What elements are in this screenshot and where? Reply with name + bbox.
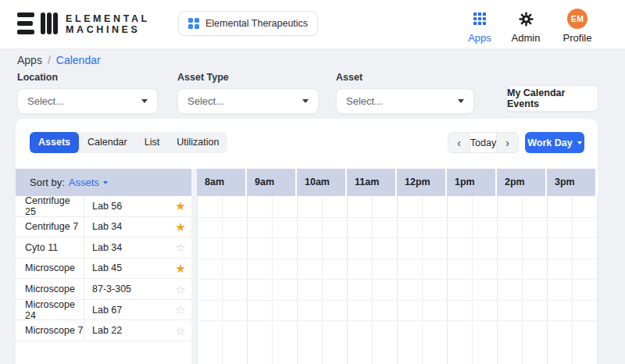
row-gridline — [197, 217, 598, 218]
asset-location: Lab 67 — [84, 305, 170, 316]
panel-divider — [191, 169, 197, 364]
time-header-2pm: 2pm — [497, 169, 545, 196]
nav-item-profile[interactable]: EM Profile — [559, 9, 595, 44]
tab-assets[interactable]: Assets — [30, 132, 79, 153]
time-header-3pm: 3pm — [547, 169, 595, 196]
half-hour-gridline — [422, 196, 423, 364]
asset-location: Lab 34 — [84, 221, 170, 232]
asset-location: Lab 56 — [84, 201, 170, 212]
hour-gridline — [597, 196, 598, 364]
nav-apps-label: Apps — [468, 32, 491, 44]
row-gridline — [197, 320, 598, 321]
breadcrumb-calendar[interactable]: Calendar — [56, 54, 101, 66]
half-hour-gridline — [272, 196, 273, 364]
view-mode-label: Work Day — [527, 137, 572, 148]
today-button[interactable]: Today — [470, 133, 497, 152]
favorite-star-icon[interactable]: ★ — [170, 200, 191, 212]
hour-gridline — [397, 196, 398, 364]
brand-wordmark: ELEMENTAL MACHINES — [66, 13, 150, 35]
table-row: Centrifuge 7Lab 34★ — [16, 217, 191, 238]
half-hour-gridline — [522, 196, 523, 364]
half-hour-gridline — [322, 196, 323, 364]
half-hour-gridline — [372, 196, 373, 364]
nav-admin-label: Admin — [512, 32, 541, 44]
org-switcher-label: Elemental Therapeutics — [205, 18, 308, 29]
asset-location: Lab 34 — [84, 242, 170, 253]
breadcrumb-separator: / — [48, 54, 51, 66]
favorite-star-icon[interactable]: ★ — [170, 221, 191, 233]
hour-gridline — [247, 196, 248, 364]
schedule-grid[interactable] — [197, 196, 598, 364]
filter-location: Location Select... — [17, 72, 158, 114]
chevron-down-icon — [458, 99, 464, 103]
tab-calendar[interactable]: Calendar — [79, 132, 136, 153]
chevron-down-icon — [577, 141, 582, 145]
row-gridline — [197, 279, 598, 280]
org-grid-icon — [188, 18, 199, 29]
table-row: Microscope 24Lab 67☆ — [16, 300, 191, 321]
hour-gridline — [497, 196, 498, 364]
asset-type-select-value: Select... — [188, 95, 224, 107]
date-navigation: ‹ Today › — [448, 132, 519, 153]
nav-item-admin[interactable]: Admin — [509, 9, 543, 44]
prev-day-button[interactable]: ‹ — [448, 133, 470, 152]
tab-list[interactable]: List — [136, 132, 168, 153]
avatar: EM — [567, 9, 588, 29]
asset-list: Centrifuge 25Lab 56★Centrifuge 7Lab 34★C… — [16, 196, 191, 341]
favorite-star-icon[interactable]: ☆ — [170, 304, 191, 316]
asset-select-value: Select... — [346, 95, 383, 107]
breadcrumb-apps[interactable]: Apps — [17, 54, 42, 66]
time-header-10am: 10am — [297, 169, 345, 196]
chevron-down-icon — [103, 181, 108, 184]
nav-item-apps[interactable]: Apps — [464, 9, 495, 44]
hour-gridline — [347, 196, 348, 364]
top-navigation-bar: ELEMENTAL MACHINES Elemental Therapeutic… — [0, 0, 625, 49]
nav-profile-label: Profile — [563, 32, 592, 44]
asset-name: Microscope — [16, 279, 84, 299]
hour-gridline — [547, 196, 548, 364]
location-select-value: Select... — [27, 95, 64, 107]
filter-asset-type: Asset Type Select... — [177, 72, 319, 114]
favorite-star-icon[interactable]: ☆ — [170, 284, 191, 295]
half-hour-gridline — [472, 196, 473, 364]
time-column-headers: 8am9am10am11am12pm1pm2pm3pm — [197, 169, 598, 196]
elemental-machines-logo-icon — [17, 12, 58, 34]
asset-type-label: Asset Type — [177, 72, 319, 83]
favorite-star-icon[interactable]: ★ — [170, 262, 191, 274]
org-switcher-button[interactable]: Elemental Therapeutics — [178, 11, 318, 36]
row-gridline — [197, 300, 598, 301]
apps-grid-icon — [473, 9, 486, 29]
asset-name: Microscope — [16, 259, 84, 279]
asset-type-select[interactable]: Select... — [177, 88, 319, 114]
sort-by-dropdown[interactable]: Assets — [69, 177, 108, 188]
row-gridline — [197, 259, 598, 259]
time-header-8am: 8am — [197, 169, 245, 196]
row-gridline — [197, 237, 598, 238]
chevron-down-icon — [141, 99, 148, 103]
brand-line-1: ELEMENTAL — [66, 13, 150, 24]
asset-name: Centrifuge 25 — [16, 196, 84, 216]
asset-location: 87-3-305 — [84, 284, 170, 294]
favorite-star-icon[interactable]: ☆ — [170, 241, 191, 253]
time-header-9am: 9am — [247, 169, 295, 196]
filter-asset: Asset Select... — [336, 72, 474, 114]
gear-icon — [519, 9, 534, 29]
next-day-button[interactable]: › — [497, 133, 518, 152]
view-mode-dropdown[interactable]: Work Day — [525, 132, 584, 153]
sort-by-label: Sort by: — [30, 177, 65, 188]
location-label: Location — [17, 72, 158, 83]
my-calendar-events-button[interactable]: My Calendar Events — [506, 85, 598, 112]
asset-name: Centrifuge 7 — [16, 217, 84, 237]
half-hour-gridline — [572, 196, 573, 364]
asset-select[interactable]: Select... — [336, 88, 474, 114]
time-header-12pm: 12pm — [397, 169, 445, 196]
time-header-11am: 11am — [347, 169, 395, 196]
asset-name: Microscope 7 — [16, 320, 84, 341]
location-select[interactable]: Select... — [17, 88, 158, 114]
table-row: Centrifuge 25Lab 56★ — [16, 196, 191, 217]
tab-utilization[interactable]: Utilization — [168, 132, 227, 153]
time-header-1pm: 1pm — [447, 169, 495, 196]
calendar-app-screen: ELEMENTAL MACHINES Elemental Therapeutic… — [0, 0, 625, 364]
favorite-star-icon[interactable]: ☆ — [170, 325, 191, 337]
table-row: MicroscopeLab 45★ — [16, 259, 191, 280]
